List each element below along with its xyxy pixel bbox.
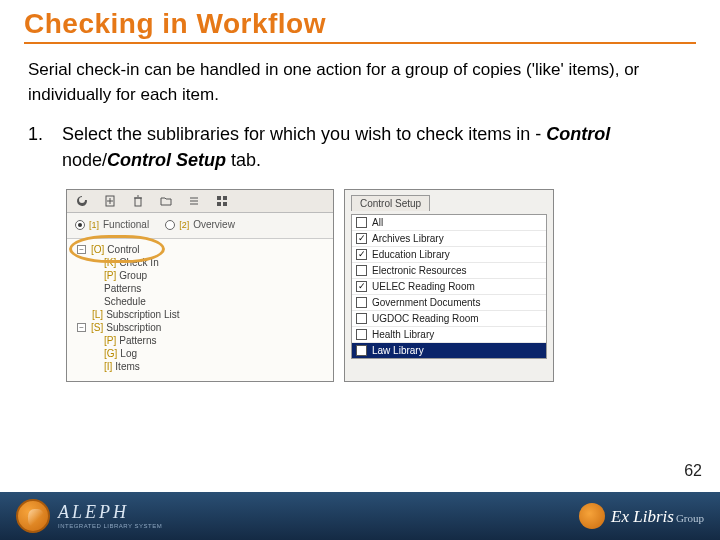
tab-control-setup[interactable]: Control Setup	[351, 195, 430, 211]
checkbox-icon[interactable]	[356, 249, 367, 260]
list-item-label: Law Library	[372, 345, 424, 356]
tree-label: Patterns	[119, 335, 156, 346]
tree-label: Group	[119, 270, 147, 281]
tree-key: [P]	[104, 270, 116, 281]
tree-key: [S]	[91, 322, 103, 333]
list-item-label: Health Library	[372, 329, 434, 340]
checkbox-icon[interactable]	[356, 265, 367, 276]
list-icon[interactable]	[187, 194, 201, 208]
expand-toggle-icon[interactable]: −	[77, 323, 86, 332]
checkbox-icon[interactable]	[356, 217, 367, 228]
step-body: Select the sublibraries for which you wi…	[62, 121, 692, 173]
list-item[interactable]: Archives Library	[352, 231, 546, 247]
exlibris-group: Group	[676, 512, 704, 524]
footer-bar: ALEPH INTEGRATED LIBRARY SYSTEM Ex Libri…	[0, 492, 720, 540]
tree-label: Subscription List	[106, 309, 179, 320]
intro-text: Serial check-in can be handled in one ac…	[0, 58, 720, 107]
expand-toggle-icon[interactable]: −	[77, 245, 86, 254]
radio-dot-icon	[165, 220, 175, 230]
radio-label: Functional	[103, 219, 149, 230]
tree-label: Control	[107, 244, 139, 255]
tree-node[interactable]: [P] Patterns	[71, 334, 329, 347]
tree-node[interactable]: [L] Subscription List	[71, 308, 329, 321]
svg-rect-5	[223, 202, 227, 206]
exlibris-wordmark: Ex LibrisGroup	[611, 508, 704, 525]
tree-node[interactable]: Patterns	[71, 282, 329, 295]
footer-left: ALEPH INTEGRATED LIBRARY SYSTEM	[16, 499, 162, 533]
list-item[interactable]: Government Documents	[352, 295, 546, 311]
tree-key: [O]	[91, 244, 104, 255]
refresh-icon[interactable]	[75, 194, 89, 208]
aleph-logo-icon	[16, 499, 50, 533]
list-item-label: UGDOC Reading Room	[372, 313, 479, 324]
checkbox-icon[interactable]	[356, 345, 367, 356]
nav-tree: −[O] Control[K] Check In[P] GroupPattern…	[67, 239, 333, 381]
tree-node[interactable]: [G] Log	[71, 347, 329, 360]
tree-node[interactable]: [I] Items	[71, 360, 329, 373]
radio-label: Overview	[193, 219, 235, 230]
radio-key: [2]	[179, 220, 189, 230]
checkbox-icon[interactable]	[356, 233, 367, 244]
slide-title: Checking in Workflow	[0, 0, 720, 42]
list-item-label: Government Documents	[372, 297, 480, 308]
radio-dot-icon	[75, 220, 85, 230]
view-radio-group: [1]Functional[2]Overview	[67, 213, 333, 239]
list-item-label: Archives Library	[372, 233, 444, 244]
tree-label: Check In	[119, 257, 158, 268]
step-setup-word: Control Setup	[107, 150, 226, 170]
exlibris-logo-icon	[579, 503, 605, 529]
list-item[interactable]: Education Library	[352, 247, 546, 263]
aleph-wordmark: ALEPH	[58, 503, 162, 521]
title-rule	[24, 42, 696, 44]
checkbox-icon[interactable]	[356, 297, 367, 308]
svg-rect-4	[217, 202, 221, 206]
tree-label: Patterns	[104, 283, 141, 294]
tree-key: [G]	[104, 348, 117, 359]
step-1: 1. Select the sublibraries for which you…	[0, 107, 720, 183]
screenshot-group: [1]Functional[2]Overview −[O] Control[K]…	[66, 189, 720, 382]
footer-right: Ex LibrisGroup	[579, 503, 704, 529]
tab-strip: Control Setup	[345, 190, 553, 214]
folder-icon[interactable]	[159, 194, 173, 208]
tree-label: Schedule	[104, 296, 146, 307]
grid-icon[interactable]	[215, 194, 229, 208]
step-text-pre: Select the sublibraries for which you wi…	[62, 124, 546, 144]
tree-key: [L]	[92, 309, 103, 320]
svg-rect-1	[135, 198, 141, 206]
nav-panel: [1]Functional[2]Overview −[O] Control[K]…	[66, 189, 334, 382]
list-item[interactable]: Electronic Resources	[352, 263, 546, 279]
svg-rect-3	[223, 196, 227, 200]
list-item[interactable]: Health Library	[352, 327, 546, 343]
tree-node[interactable]: [K] Check In	[71, 256, 329, 269]
svg-rect-2	[217, 196, 221, 200]
list-item[interactable]: UGDOC Reading Room	[352, 311, 546, 327]
step-text-mid2: tab.	[226, 150, 261, 170]
sublibrary-list: AllArchives LibraryEducation LibraryElec…	[351, 214, 547, 359]
tree-label: Subscription	[106, 322, 161, 333]
tree-node[interactable]: −[S] Subscription	[71, 321, 329, 334]
tree-key: [P]	[104, 335, 116, 346]
checkbox-icon[interactable]	[356, 281, 367, 292]
tree-node[interactable]: Schedule	[71, 295, 329, 308]
checkbox-icon[interactable]	[356, 329, 367, 340]
tree-node[interactable]: [P] Group	[71, 269, 329, 282]
control-setup-panel: Control Setup AllArchives LibraryEducati…	[344, 189, 554, 382]
radio-overview[interactable]: [2]Overview	[165, 219, 235, 230]
list-item[interactable]: Law Library	[352, 343, 546, 358]
new-icon[interactable]	[103, 194, 117, 208]
tree-label: Log	[120, 348, 137, 359]
radio-key: [1]	[89, 220, 99, 230]
delete-icon[interactable]	[131, 194, 145, 208]
tree-node[interactable]: −[O] Control	[71, 243, 329, 256]
list-item-label: Education Library	[372, 249, 450, 260]
tree-label: Items	[115, 361, 139, 372]
tree-key: [I]	[104, 361, 112, 372]
aleph-tagline: INTEGRATED LIBRARY SYSTEM	[58, 523, 162, 529]
radio-functional[interactable]: [1]Functional	[75, 219, 149, 230]
step-text-mid1: node/	[62, 150, 107, 170]
list-item[interactable]: All	[352, 215, 546, 231]
step-control-word: Control	[546, 124, 610, 144]
list-item[interactable]: UELEC Reading Room	[352, 279, 546, 295]
checkbox-icon[interactable]	[356, 313, 367, 324]
nav-toolbar	[67, 190, 333, 213]
